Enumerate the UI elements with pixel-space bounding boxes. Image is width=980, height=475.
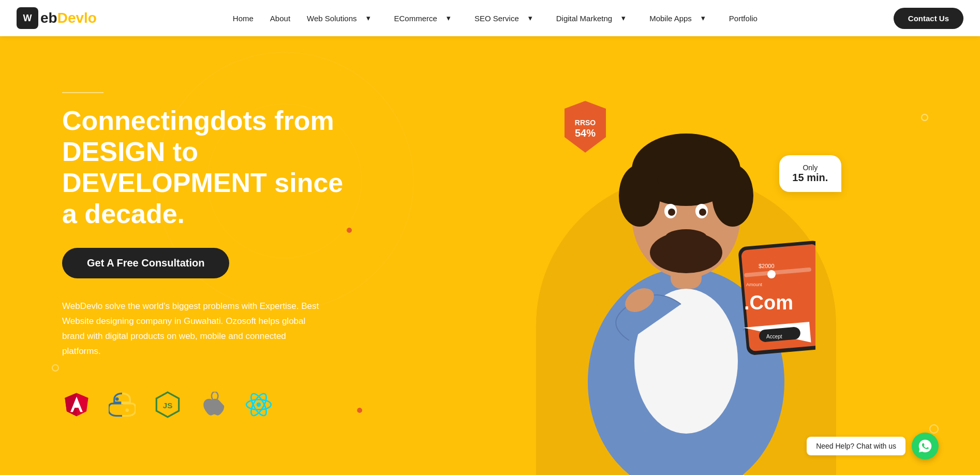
whatsapp-button[interactable] [912, 433, 939, 459]
hero-section: Connectingdots from DESIGN to DEVELOPMEN… [0, 0, 980, 475]
navbar: W ebDevlo Home About Web Solutions ▾ ECo… [0, 0, 980, 36]
chat-bubble-time: Only 15 min. [779, 155, 841, 192]
svg-point-19 [712, 165, 753, 227]
nav-item-seo[interactable]: SEO Service ▾ [467, 5, 547, 31]
nav-link-mobile[interactable]: Mobile Apps ▾ [642, 5, 720, 31]
rrso-badge: RRSO 54% [562, 98, 608, 157]
nav-link-ecommerce[interactable]: ECommerce ▾ [387, 5, 465, 31]
apple-icon [199, 390, 228, 419]
python-icon [108, 390, 137, 419]
nav-link-about[interactable]: About [263, 10, 298, 27]
angular-icon [62, 390, 91, 419]
logo-icon: W [17, 7, 38, 29]
nav-link-digital[interactable]: Digital Marketng ▾ [549, 5, 640, 31]
hero-decorative-line [62, 92, 103, 93]
svg-text:Amount: Amount [746, 282, 763, 287]
nav-link-home[interactable]: Home [226, 10, 261, 27]
nav-item-home[interactable]: Home [226, 10, 261, 27]
nav-item-ecommerce[interactable]: ECommerce ▾ [387, 5, 465, 31]
hero-description: WebDevlo solve the world's biggest probl… [62, 299, 321, 359]
svg-point-12 [257, 403, 261, 407]
svg-text:RRSO: RRSO [575, 118, 596, 127]
nav-link-portfolio[interactable]: Portfolio [722, 10, 765, 27]
hero-right: $2000 Amount .Com Accept RRSO 54% [392, 36, 980, 475]
svg-text:$2000: $2000 [759, 263, 775, 269]
contact-us-button[interactable]: Contact Us [894, 8, 963, 29]
svg-marker-37 [565, 101, 606, 153]
svg-text:JS: JS [163, 400, 173, 409]
svg-point-4 [115, 397, 119, 401]
nav-item-web-solutions[interactable]: Web Solutions ▾ [300, 5, 384, 31]
svg-text:Accept: Accept [766, 334, 782, 339]
logo-text: ebDevlo [40, 10, 97, 26]
chevron-down-icon: ▾ [439, 9, 458, 27]
hero-title: Connectingdots from DESIGN to DEVELOPMEN… [62, 106, 352, 229]
chevron-down-icon: ▾ [359, 9, 378, 27]
logo[interactable]: W ebDevlo [17, 7, 97, 29]
hero-content: Connectingdots from DESIGN to DEVELOPMEN… [0, 51, 352, 461]
bubble-mins-text: 15 min. [791, 172, 830, 184]
svg-point-22 [668, 209, 675, 216]
nav-link-seo[interactable]: SEO Service ▾ [467, 5, 547, 31]
nav-item-digital[interactable]: Digital Marketng ▾ [549, 5, 640, 31]
svg-text:54%: 54% [575, 127, 596, 139]
get-consultation-button[interactable]: Get A Free Consultation [62, 248, 229, 278]
tech-icons-row: JS [62, 390, 352, 419]
nav-links: Home About Web Solutions ▾ ECommerce ▾ S… [226, 5, 765, 31]
react-icon [244, 390, 273, 419]
logo-devlo: Devlo [57, 10, 97, 26]
chevron-down-icon: ▾ [694, 9, 712, 27]
need-help-text: Need Help? Chat with us [807, 437, 905, 455]
svg-point-23 [699, 209, 706, 216]
svg-point-25 [665, 229, 707, 245]
svg-point-18 [619, 165, 660, 227]
logo-web: eb [40, 10, 57, 26]
svg-text:.Com: .Com [744, 292, 793, 314]
nav-item-portfolio[interactable]: Portfolio [722, 10, 765, 27]
nodejs-icon: JS [153, 390, 182, 419]
bubble-only-text: Only [791, 164, 830, 172]
whatsapp-bar: Need Help? Chat with us [807, 433, 939, 459]
person-area: $2000 Amount .Com Accept RRSO 54% [521, 36, 852, 475]
chevron-down-icon: ▾ [521, 9, 540, 27]
nav-item-about[interactable]: About [263, 10, 298, 27]
chevron-down-icon: ▾ [614, 9, 633, 27]
deco-dot-2 [357, 408, 362, 413]
nav-link-web-solutions[interactable]: Web Solutions ▾ [300, 5, 384, 31]
nav-item-mobile[interactable]: Mobile Apps ▾ [642, 5, 720, 31]
svg-point-5 [126, 408, 129, 412]
